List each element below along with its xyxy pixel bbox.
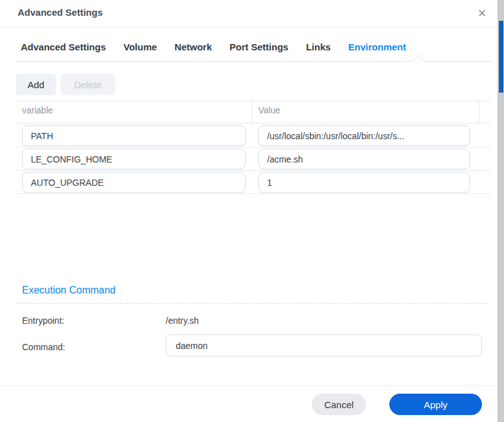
titlebar-divider: [0, 27, 498, 28]
table-header-top-border: [16, 101, 491, 101]
command-input[interactable]: [166, 334, 482, 356]
command-label: Command:: [22, 342, 65, 352]
section-dashed-divider: [16, 303, 488, 304]
column-divider-1: [252, 101, 253, 123]
row-divider: [16, 170, 491, 171]
entrypoint-value: /entry.sh: [166, 316, 199, 326]
variable-input-row2[interactable]: [22, 149, 246, 169]
tab-port-settings[interactable]: Port Settings: [229, 42, 288, 52]
cancel-button[interactable]: Cancel: [312, 394, 366, 415]
row-divider: [16, 193, 491, 194]
row-divider: [16, 147, 491, 147]
column-header-variable: variable: [22, 105, 53, 115]
tab-volume[interactable]: Volume: [123, 42, 157, 52]
add-button[interactable]: Add: [16, 74, 56, 95]
footer-divider: [0, 385, 498, 386]
entrypoint-label: Entrypoint:: [22, 316, 64, 326]
active-tab-notch: [412, 55, 425, 67]
variable-input-row1[interactable]: [22, 125, 246, 146]
tab-links[interactable]: Links: [306, 42, 331, 52]
variable-input-row3[interactable]: [22, 172, 246, 193]
execution-command-heading: Execution Command: [22, 285, 116, 296]
tab-bar: Advanced Settings Volume Network Port Se…: [21, 42, 406, 52]
background-window-edge: [498, 0, 504, 422]
table-header-bottom-border: [16, 123, 491, 123]
tab-advanced-settings[interactable]: Advanced Settings: [21, 42, 106, 52]
tab-environment[interactable]: Environment: [348, 42, 406, 52]
value-input-row2[interactable]: [258, 149, 470, 169]
dialog-title: Advanced Settings: [18, 7, 103, 18]
value-input-row3[interactable]: [258, 172, 470, 193]
background-blue-strip: [499, 21, 503, 93]
close-icon[interactable]: ✕: [472, 4, 491, 23]
column-divider-2: [479, 101, 479, 123]
delete-button: Delete: [60, 74, 115, 95]
advanced-settings-dialog: Advanced Settings ✕ Advanced Settings Vo…: [0, 0, 504, 422]
tab-network[interactable]: Network: [175, 42, 212, 52]
value-input-row1[interactable]: [258, 125, 470, 146]
apply-button[interactable]: Apply: [389, 394, 482, 415]
column-header-value: Value: [258, 105, 280, 115]
